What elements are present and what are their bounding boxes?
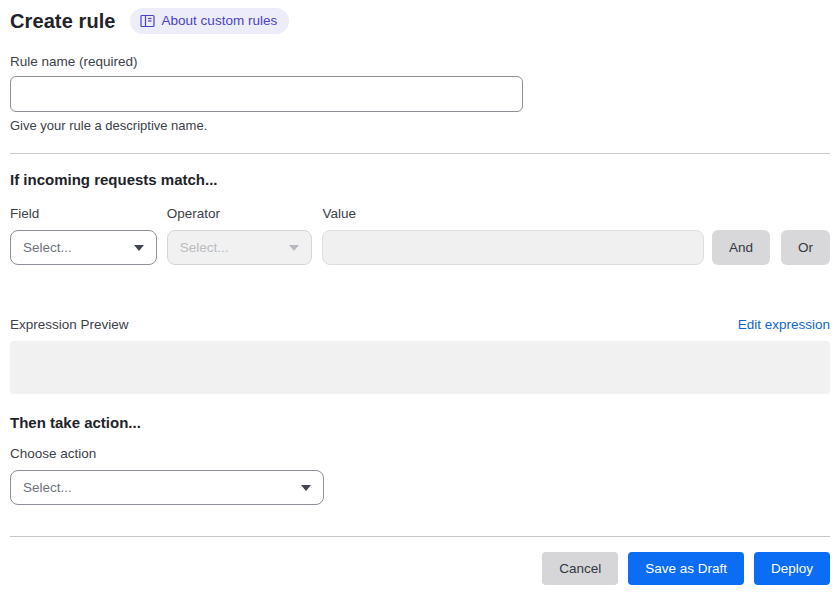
choose-action-select[interactable]: Select...: [10, 470, 324, 505]
field-select-value: Select...: [23, 240, 72, 255]
value-input[interactable]: [322, 230, 704, 265]
cancel-button[interactable]: Cancel: [542, 552, 618, 585]
field-select[interactable]: Select...: [10, 230, 157, 265]
book-icon: [140, 14, 155, 28]
footer-actions: Cancel Save as Draft Deploy: [10, 552, 830, 585]
expression-preview-row: Expression Preview Edit expression: [10, 317, 830, 332]
choose-action-label: Choose action: [10, 446, 830, 461]
deploy-button[interactable]: Deploy: [754, 552, 830, 585]
operator-select[interactable]: Select...: [167, 230, 313, 265]
match-condition-row: Field Select... Operator Select... Value…: [10, 206, 830, 265]
and-button[interactable]: And: [712, 230, 770, 265]
chevron-down-icon: [301, 485, 311, 491]
expression-preview-box: [10, 341, 830, 394]
field-label: Field: [10, 206, 157, 221]
action-section-heading: Then take action...: [10, 414, 830, 431]
value-label: Value: [322, 206, 704, 221]
chevron-down-icon: [289, 245, 299, 251]
operator-label: Operator: [167, 206, 313, 221]
page-header: Create rule About custom rules: [10, 8, 830, 34]
create-rule-page: Create rule About custom rules Rule name…: [0, 0, 839, 585]
section-divider-top: [10, 153, 830, 154]
rule-name-helper-text: Give your rule a descriptive name.: [10, 118, 830, 133]
expression-preview-label: Expression Preview: [10, 317, 129, 332]
match-section-heading: If incoming requests match...: [10, 171, 830, 188]
edit-expression-link[interactable]: Edit expression: [738, 317, 830, 332]
or-button[interactable]: Or: [781, 230, 830, 265]
about-custom-rules-label: About custom rules: [162, 14, 278, 28]
about-custom-rules-link[interactable]: About custom rules: [130, 8, 290, 34]
rule-name-label: Rule name (required): [10, 54, 830, 69]
choose-action-select-value: Select...: [23, 480, 72, 495]
rule-name-input[interactable]: [10, 76, 523, 112]
section-divider-bottom: [10, 536, 830, 537]
save-as-draft-button[interactable]: Save as Draft: [628, 552, 744, 585]
page-title: Create rule: [10, 10, 116, 33]
operator-select-value: Select...: [180, 240, 229, 255]
chevron-down-icon: [134, 245, 144, 251]
